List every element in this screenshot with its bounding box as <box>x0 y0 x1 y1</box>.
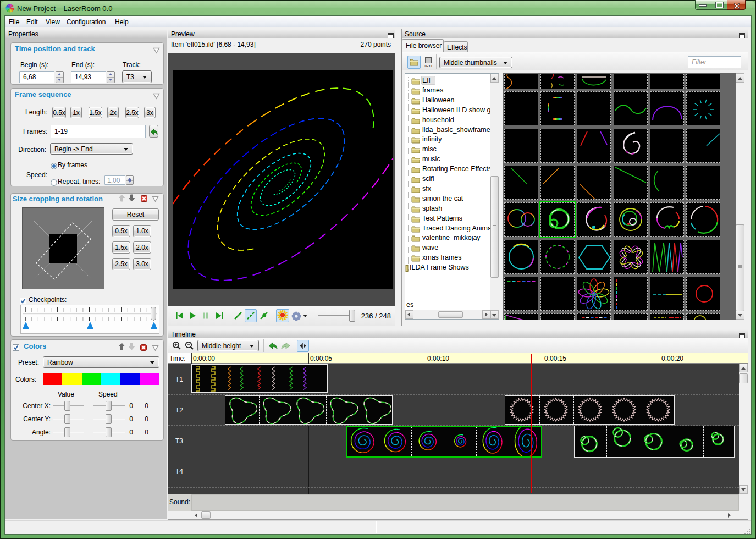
svg-text:TEXT: TEXT <box>424 64 433 68</box>
